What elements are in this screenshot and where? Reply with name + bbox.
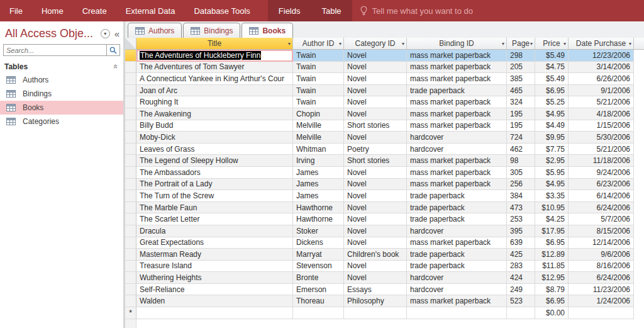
- cell-title[interactable]: The Marble Faun: [136, 202, 293, 214]
- cell-date-purchase[interactable]: [569, 307, 634, 319]
- cell-date-purchase[interactable]: 6/14/2006: [569, 190, 634, 202]
- cell-date-purchase[interactable]: 8/15/2006: [569, 225, 634, 237]
- record-selector[interactable]: [125, 249, 136, 261]
- cell-category-id[interactable]: Novel: [344, 73, 407, 85]
- record-selector[interactable]: *: [125, 307, 136, 319]
- cell-page[interactable]: 205: [507, 62, 535, 74]
- cell-title[interactable]: The Adventures of Huckleberry Finn: [136, 50, 293, 62]
- cell-category-id[interactable]: Novel: [344, 62, 407, 74]
- cell-author-id[interactable]: Dickens: [293, 237, 344, 249]
- record-selector[interactable]: [125, 85, 136, 97]
- nav-item-categories[interactable]: Categories: [0, 115, 123, 128]
- cell-category-id[interactable]: Novel: [344, 96, 407, 108]
- ribbon-tab-external-data[interactable]: External Data: [116, 0, 185, 21]
- cell-title[interactable]: Dracula: [136, 225, 293, 237]
- record-selector[interactable]: [125, 132, 136, 144]
- record-selector[interactable]: [125, 108, 136, 120]
- cell-page[interactable]: 462: [507, 144, 535, 156]
- ribbon-tab-create[interactable]: Create: [73, 0, 116, 21]
- filter-dropdown-icon[interactable]: ▾: [629, 41, 631, 47]
- cell-page[interactable]: 395: [507, 225, 535, 237]
- cell-price[interactable]: $4.95: [535, 108, 569, 120]
- record-selector[interactable]: [125, 284, 136, 296]
- cell-title[interactable]: Great Expectations: [136, 237, 293, 249]
- cell-page[interactable]: 384: [507, 190, 535, 202]
- cell-price[interactable]: $12.89: [535, 249, 569, 261]
- cell-category-id[interactable]: Short stories: [344, 155, 407, 167]
- record-selector[interactable]: [125, 155, 136, 167]
- cell-price[interactable]: $10.95: [535, 202, 569, 214]
- cell-price[interactable]: $17.95: [535, 225, 569, 237]
- cell-price[interactable]: $2.95: [535, 155, 569, 167]
- cell-title[interactable]: Roughing It: [136, 96, 293, 108]
- cell-title[interactable]: The Adventures of Tom Sawyer: [136, 62, 293, 74]
- cell-page[interactable]: 256: [507, 179, 535, 191]
- cell-title[interactable]: The Legend of Sleepy Hollow: [136, 155, 293, 167]
- cell-price[interactable]: $4.49: [535, 120, 569, 132]
- record-selector[interactable]: [125, 295, 136, 307]
- cell-author-id[interactable]: Stevenson: [293, 261, 344, 273]
- cell-price[interactable]: $9.95: [535, 132, 569, 144]
- cell-author-id[interactable]: Marryat: [293, 249, 344, 261]
- cell-author-id[interactable]: Stoker: [293, 225, 344, 237]
- nav-item-bindings[interactable]: Bindings: [0, 87, 123, 101]
- doc-tab-authors[interactable]: Authors: [128, 23, 182, 38]
- cell-author-id[interactable]: Chopin: [293, 108, 344, 120]
- cell-date-purchase[interactable]: 9/1/2006: [569, 85, 634, 97]
- cell-category-id[interactable]: Novel: [344, 202, 407, 214]
- record-selector[interactable]: [125, 202, 136, 214]
- ribbon-tab-table[interactable]: Table: [311, 0, 352, 21]
- cell-binding-id[interactable]: mass market paperback: [407, 237, 507, 249]
- cell-category-id[interactable]: [344, 307, 407, 319]
- cell-title[interactable]: Self-Reliance: [136, 284, 293, 296]
- cell-page[interactable]: [507, 307, 535, 319]
- collapse-group-icon[interactable]: «: [111, 64, 121, 69]
- cell-page[interactable]: 465: [507, 85, 535, 97]
- cell-author-id[interactable]: Twain: [293, 96, 344, 108]
- cell-date-purchase[interactable]: 1/15/2006: [569, 120, 634, 132]
- cell-binding-id[interactable]: mass market paperback: [407, 96, 507, 108]
- ribbon-tab-file[interactable]: File: [0, 0, 32, 21]
- filter-dropdown-icon[interactable]: ▾: [402, 41, 404, 47]
- cell-binding-id[interactable]: mass market paperback: [407, 120, 507, 132]
- nav-search-input[interactable]: [4, 45, 106, 55]
- cell-page[interactable]: 639: [507, 237, 535, 249]
- record-selector[interactable]: [125, 50, 136, 62]
- cell-price[interactable]: $5.49: [535, 50, 569, 62]
- cell-price[interactable]: $12.95: [535, 272, 569, 284]
- cell-date-purchase[interactable]: 1/24/2006: [569, 295, 634, 307]
- cell-binding-id[interactable]: mass market paperback: [407, 295, 507, 307]
- cell-price[interactable]: $7.75: [535, 144, 569, 156]
- cell-category-id[interactable]: Novel: [344, 272, 407, 284]
- cell-binding-id[interactable]: [407, 307, 507, 319]
- cell-page[interactable]: 195: [507, 108, 535, 120]
- cell-title[interactable]: Wuthering Heights: [136, 272, 293, 284]
- doc-tab-bindings[interactable]: Bindings: [183, 23, 240, 38]
- cell-category-id[interactable]: Novel: [344, 167, 407, 179]
- cell-price[interactable]: $5.25: [535, 96, 569, 108]
- cell-category-id[interactable]: Novel: [344, 237, 407, 249]
- cell-author-id[interactable]: [293, 307, 344, 319]
- nav-menu-dropdown-icon[interactable]: ▾: [101, 29, 110, 38]
- record-selector[interactable]: [125, 213, 136, 225]
- filter-dropdown-icon[interactable]: ▾: [288, 41, 291, 47]
- cell-binding-id[interactable]: trade paperback: [407, 249, 507, 261]
- ribbon-tab-home[interactable]: Home: [32, 0, 73, 21]
- column-header-date-purchase[interactable]: Date Purchase▾: [569, 38, 634, 50]
- record-selector[interactable]: [125, 179, 136, 191]
- cell-title[interactable]: [136, 307, 293, 319]
- cell-title[interactable]: The Portrait of a Lady: [136, 179, 293, 191]
- cell-category-id[interactable]: Novel: [344, 225, 407, 237]
- record-selector[interactable]: [125, 225, 136, 237]
- cell-date-purchase[interactable]: 9/24/2006: [569, 167, 634, 179]
- cell-category-id[interactable]: Novel: [344, 179, 407, 191]
- cell-price[interactable]: $5.49: [535, 73, 569, 85]
- nav-group-tables-header[interactable]: Tables «: [0, 60, 123, 73]
- cell-binding-id[interactable]: mass market paperback: [407, 73, 507, 85]
- column-header-binding-id[interactable]: Binding ID▾: [407, 38, 507, 50]
- cell-price[interactable]: $6.95: [535, 237, 569, 249]
- cell-category-id[interactable]: Poetry: [344, 144, 407, 156]
- record-selector[interactable]: [125, 62, 136, 74]
- cell-category-id[interactable]: Novel: [344, 85, 407, 97]
- cell-price[interactable]: $4.95: [535, 179, 569, 191]
